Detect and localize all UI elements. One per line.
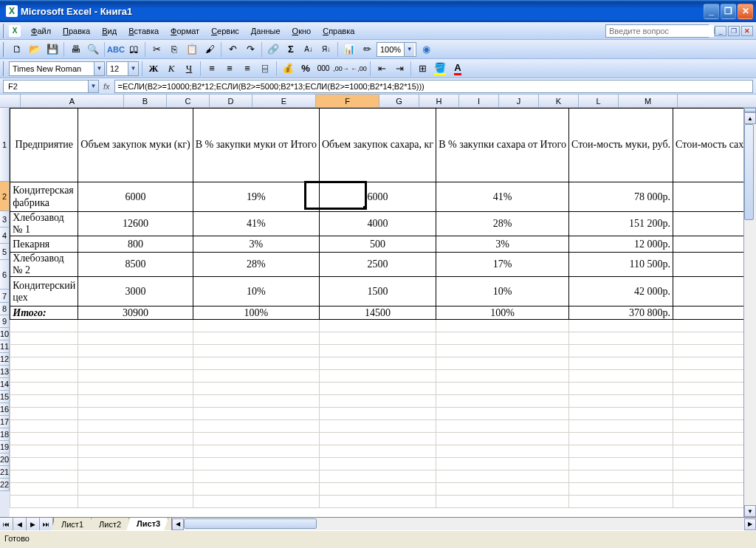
row-header-16[interactable]: 16	[0, 403, 10, 416]
cell-E19[interactable]	[436, 458, 569, 470]
row-header-22[interactable]: 22	[0, 479, 10, 491]
cell-D12[interactable]	[319, 370, 436, 383]
cell-F14[interactable]	[568, 395, 673, 408]
cell-B12[interactable]	[78, 370, 193, 383]
col-header-I[interactable]: I	[459, 95, 499, 107]
cell-C17[interactable]	[193, 433, 319, 445]
row-header-3[interactable]: 3	[0, 211, 10, 227]
cell-D20[interactable]	[319, 470, 436, 483]
cell-C6[interactable]: 10%	[193, 277, 319, 306]
cell-D9[interactable]	[319, 332, 436, 345]
cell-C12[interactable]	[193, 370, 319, 383]
sheet-tab-Лист3[interactable]: Лист3	[126, 518, 168, 530]
increase-indent-icon[interactable]: ⇥	[391, 61, 408, 77]
format-painter-icon[interactable]: 🖌	[202, 41, 218, 58]
cell-C3[interactable]: 41%	[193, 212, 319, 236]
cell-C1[interactable]: В % закупки муки от Итого	[193, 109, 319, 182]
cell-B21[interactable]	[78, 483, 193, 496]
cell-E9[interactable]	[436, 332, 569, 345]
cell-A18[interactable]	[10, 445, 78, 458]
col-header-L[interactable]: L	[579, 95, 619, 107]
cell-E14[interactable]	[436, 395, 569, 408]
cell-F7[interactable]: 370 800р.	[568, 306, 673, 320]
cell-F11[interactable]	[568, 357, 673, 370]
row-header-1[interactable]: 1	[0, 108, 10, 182]
col-header-H[interactable]: H	[419, 95, 459, 107]
row-header-6[interactable]: 6	[0, 260, 10, 290]
cell-A15[interactable]	[10, 408, 78, 420]
col-header-F[interactable]: F	[316, 95, 379, 107]
help-search-input[interactable]	[606, 25, 714, 37]
col-header-B[interactable]: B	[124, 95, 167, 107]
cell-F18[interactable]	[568, 445, 673, 458]
cell-C16[interactable]	[193, 420, 319, 433]
cell-B7[interactable]: 30900	[78, 306, 193, 320]
increase-decimal-icon[interactable]: ,00→	[333, 61, 349, 77]
cell-B11[interactable]	[78, 357, 193, 370]
copy-icon[interactable]: ⎘	[166, 41, 182, 58]
cell-D11[interactable]	[319, 357, 436, 370]
horizontal-scrollbar[interactable]: ◀ ▶	[171, 518, 756, 530]
col-header-C[interactable]: C	[167, 95, 210, 107]
cell-B1[interactable]: Объем закупок муки (кг)	[78, 109, 193, 182]
font-size-combo[interactable]: 12 ▼	[106, 61, 139, 76]
open-icon[interactable]: 📂	[27, 41, 43, 58]
scroll-left-icon[interactable]: ◀	[172, 518, 184, 530]
doc-minimize-button[interactable]: _	[715, 26, 726, 36]
col-header-D[interactable]: D	[210, 95, 252, 107]
row-header-4[interactable]: 4	[0, 227, 10, 244]
cell-B22[interactable]	[78, 496, 193, 508]
col-header-E[interactable]: E	[252, 95, 316, 107]
cell-E18[interactable]	[436, 445, 569, 458]
undo-icon[interactable]: ↶	[224, 41, 241, 58]
cell-F9[interactable]	[568, 332, 673, 345]
doc-restore-button[interactable]: ❐	[728, 26, 740, 36]
cell-B4[interactable]: 800	[78, 236, 193, 253]
chevron-down-icon[interactable]: ▼	[88, 81, 98, 92]
cell-B13[interactable]	[78, 383, 193, 395]
align-left-icon[interactable]: ≡	[204, 61, 220, 77]
cells-area[interactable]: ПредприятиеОбъем закупок муки (кг)В % за…	[10, 108, 756, 517]
cut-icon[interactable]: ✂	[148, 41, 165, 58]
cell-D14[interactable]	[319, 395, 436, 408]
cell-E6[interactable]: 10%	[436, 277, 569, 306]
align-right-icon[interactable]: ≡	[239, 61, 255, 77]
chart-wizard-icon[interactable]: 📊	[341, 41, 357, 58]
cell-A17[interactable]	[10, 433, 78, 445]
help-search-box[interactable]: ▼	[605, 24, 709, 38]
vertical-scrollbar[interactable]: ▲ ▼	[743, 108, 756, 517]
cell-F5[interactable]: 110 500р.	[568, 253, 673, 277]
cell-F12[interactable]	[568, 370, 673, 383]
new-icon[interactable]: 🗋	[9, 41, 25, 58]
borders-icon[interactable]: ⊞	[414, 61, 430, 77]
currency-icon[interactable]: 💰	[280, 61, 296, 77]
menu-вставка[interactable]: Вставка	[123, 25, 165, 37]
cell-E16[interactable]	[436, 420, 569, 433]
cell-C2[interactable]: 19%	[193, 182, 319, 212]
cell-E12[interactable]	[436, 370, 569, 383]
underline-button[interactable]: Ч	[181, 61, 197, 77]
cell-E2[interactable]: 41%	[436, 182, 569, 212]
cell-F20[interactable]	[568, 470, 673, 483]
row-header-8[interactable]: 8	[0, 303, 10, 315]
row-header-20[interactable]: 20	[0, 453, 10, 466]
cell-D6[interactable]: 1500	[319, 277, 436, 306]
percent-icon[interactable]: %	[298, 61, 314, 77]
cell-D8[interactable]	[319, 320, 436, 332]
cell-B9[interactable]	[78, 332, 193, 345]
merge-center-icon[interactable]: ⌸	[257, 61, 273, 77]
paste-icon[interactable]: 📋	[184, 41, 200, 58]
tab-first-icon[interactable]: ⏮	[0, 518, 13, 530]
cell-A2[interactable]: Кондитерская фабрика	[10, 182, 78, 212]
cell-C13[interactable]	[193, 383, 319, 395]
cell-A10[interactable]	[10, 345, 78, 357]
scrollbar-thumb[interactable]	[184, 518, 317, 529]
cell-B14[interactable]	[78, 395, 193, 408]
cell-C19[interactable]	[193, 458, 319, 470]
cell-D15[interactable]	[319, 408, 436, 420]
cell-C21[interactable]	[193, 483, 319, 496]
cell-E15[interactable]	[436, 408, 569, 420]
sort-desc-icon[interactable]: Я↓	[318, 41, 334, 58]
cell-E4[interactable]: 3%	[436, 236, 569, 253]
toolbar-grip[interactable]	[3, 42, 5, 57]
